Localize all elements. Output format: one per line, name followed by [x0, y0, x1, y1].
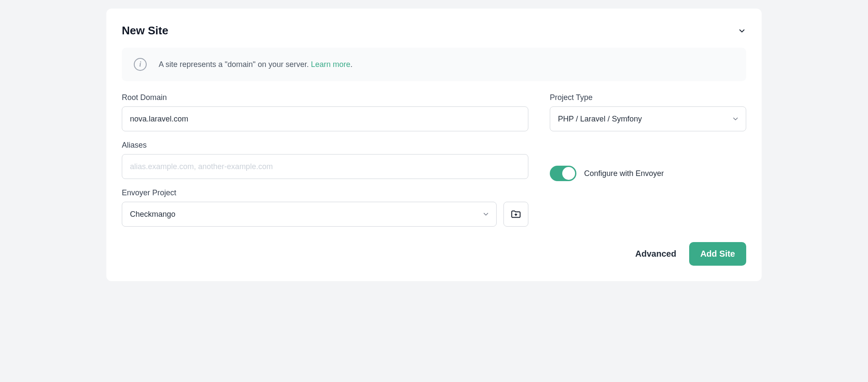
root-domain-group: Root Domain: [122, 93, 528, 131]
configure-envoyer-toggle[interactable]: [550, 166, 576, 181]
add-site-button[interactable]: Add Site: [689, 242, 746, 266]
new-envoyer-project-button[interactable]: [503, 202, 528, 227]
info-text-before: A site represents a "domain" on your ser…: [159, 60, 311, 69]
project-type-select-wrap: PHP / Laravel / Symfony: [550, 106, 746, 131]
card-header: New Site: [122, 24, 746, 37]
envoyer-project-group: Envoyer Project Checkmango: [122, 188, 528, 227]
page-title: New Site: [122, 24, 168, 37]
collapse-chevron-icon[interactable]: [738, 27, 746, 35]
project-type-select[interactable]: PHP / Laravel / Symfony: [550, 106, 746, 131]
info-banner: i A site represents a "domain" on your s…: [122, 48, 746, 81]
aliases-input[interactable]: [122, 154, 528, 179]
toggle-knob: [562, 167, 575, 180]
info-text: A site represents a "domain" on your ser…: [159, 60, 353, 69]
project-type-group: Project Type PHP / Laravel / Symfony: [550, 93, 746, 131]
form-grid: Root Domain Aliases Envoyer Project Chec…: [122, 93, 746, 227]
envoyer-project-select-wrap: Checkmango: [122, 202, 497, 227]
aliases-group: Aliases: [122, 141, 528, 179]
configure-envoyer-label: Configure with Envoyer: [584, 169, 664, 178]
project-type-label: Project Type: [550, 93, 746, 102]
info-icon: i: [134, 58, 147, 71]
root-domain-label: Root Domain: [122, 93, 528, 102]
new-site-card: New Site i A site represents a "domain" …: [106, 9, 762, 281]
envoyer-project-label: Envoyer Project: [122, 188, 528, 197]
form-right-column: Project Type PHP / Laravel / Symfony Con…: [550, 93, 746, 227]
envoyer-project-select[interactable]: Checkmango: [122, 202, 497, 227]
aliases-label: Aliases: [122, 141, 528, 150]
envoyer-project-row: Checkmango: [122, 202, 528, 227]
info-text-after: .: [350, 60, 353, 69]
form-left-column: Root Domain Aliases Envoyer Project Chec…: [122, 93, 528, 227]
root-domain-input[interactable]: [122, 106, 528, 131]
advanced-button[interactable]: Advanced: [635, 249, 676, 259]
learn-more-link[interactable]: Learn more: [311, 60, 350, 69]
configure-envoyer-row: Configure with Envoyer: [550, 166, 746, 181]
footer-row: Advanced Add Site: [122, 242, 746, 266]
folder-plus-icon: [510, 209, 521, 220]
